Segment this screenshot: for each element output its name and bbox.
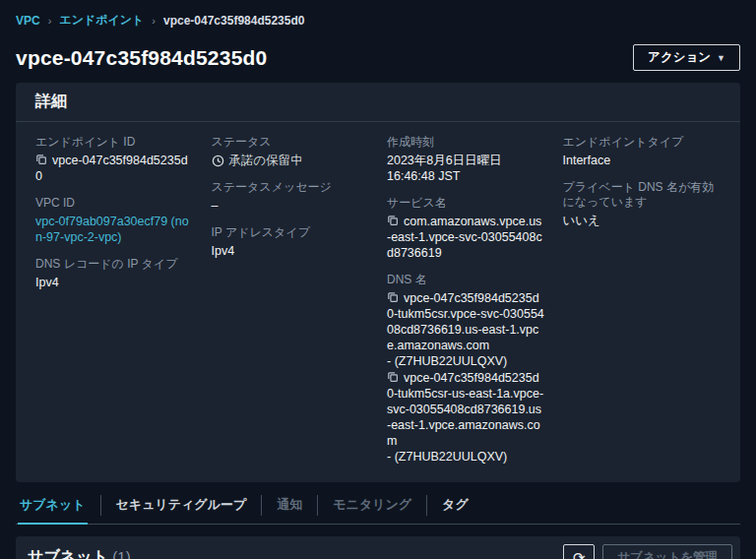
copy-icon[interactable]	[35, 154, 47, 165]
field-dns-record-ip-type: DNS レコードの IP タイプ Ipv4	[35, 257, 194, 290]
dns-hosted-zone: - (Z7HUB22UULQXV)	[387, 449, 545, 465]
details-card: 詳細 エンドポイント ID vpce-047c35f984d5235d0 VPC…	[16, 83, 740, 482]
details-column-2: ステータス 承諾の保留中 ステータスメッセージ – IP アドレスタイプ Ipv…	[212, 135, 370, 476]
status-pending-clock-icon	[212, 155, 224, 167]
status-text: 承諾の保留中	[229, 153, 303, 168]
refresh-button[interactable]: ⟳	[563, 544, 595, 559]
actions-button[interactable]: アクション▼	[633, 44, 740, 71]
copy-icon[interactable]	[387, 291, 399, 303]
tab-divider	[261, 495, 262, 516]
field-private-dns-enabled: プライベート DNS 名が有効になっています いいえ	[563, 180, 722, 228]
breadcrumb-separator-icon: ›	[48, 15, 52, 27]
copy-icon[interactable]	[387, 215, 399, 226]
vpc-endpoint-detail-page: VPC › エンドポイント › vpce-047c35f984d5235d0 v…	[0, 0, 756, 559]
details-column-4: エンドポイントタイプ Interface プライベート DNS 名が有効になって…	[563, 135, 722, 476]
copy-icon[interactable]	[387, 371, 399, 383]
tab-subnets[interactable]: サブネット	[18, 492, 88, 525]
field-creation-time: 作成時刻 2023年8月6日日曜日 16:46:48 JST	[387, 135, 545, 184]
subnet-panel: サブネット (1) ⟳ サブネットを管理 ‹ 1 › ⚙	[16, 536, 740, 559]
vpc-id-link[interactable]: vpc-0f79ab097a30ecf79 (non-97-vpc-2-vpc)	[35, 215, 189, 244]
subnet-panel-title: サブネット (1)	[28, 547, 131, 559]
tab-security-groups[interactable]: セキュリティグループ	[114, 492, 249, 524]
field-vpc-id: VPC ID vpc-0f79ab097a30ecf79 (non-97-vpc…	[35, 196, 194, 245]
tab-tags[interactable]: タグ	[440, 492, 471, 524]
refresh-icon: ⟳	[573, 549, 586, 559]
details-grid: エンドポイント ID vpce-047c35f984d5235d0 VPC ID…	[16, 122, 740, 482]
field-service-name: サービス名 com.amazonaws.vpce.us-east-1.vpce-…	[387, 196, 545, 261]
dns-name-entry: vpce-047c35f984d5235d0-tukm5csr-us-east-…	[387, 370, 545, 465]
dns-hosted-zone: - (Z7HUB22UULQXV)	[387, 353, 545, 369]
tab-divider	[426, 495, 427, 516]
dns-name-entry: vpce-047c35f984d5235d0-tukm5csr.vpce-svc…	[387, 290, 545, 369]
breadcrumb-current: vpce-047c35f984d5235d0	[163, 14, 304, 28]
tab-monitoring: モニタリング	[331, 492, 413, 524]
field-status: ステータス 承諾の保留中	[212, 135, 370, 168]
details-column-1: エンドポイント ID vpce-047c35f984d5235d0 VPC ID…	[35, 135, 194, 476]
breadcrumb-separator-icon: ›	[152, 15, 156, 27]
details-card-title: 詳細	[35, 92, 721, 112]
actions-button-label: アクション	[648, 50, 711, 64]
field-ip-address-type: IP アドレスタイプ Ipv4	[212, 225, 370, 259]
manage-subnets-button: サブネットを管理	[602, 544, 732, 559]
field-dns-names: DNS 名 vpce-047c35f984d5235d0-tukm5csr.vp…	[387, 273, 545, 465]
breadcrumb-link-vpc[interactable]: VPC	[16, 14, 40, 28]
tab-divider	[317, 495, 318, 516]
breadcrumb: VPC › エンドポイント › vpce-047c35f984d5235d0	[0, 0, 756, 29]
tab-notifications: 通知	[275, 492, 304, 524]
page-title: vpce-047c35f984d5235d0	[16, 46, 267, 70]
field-endpoint-id: エンドポイント ID vpce-047c35f984d5235d0	[35, 135, 194, 184]
tab-bar: サブネット セキュリティグループ 通知 モニタリング タグ	[16, 492, 740, 525]
caret-down-icon: ▼	[717, 53, 725, 63]
subnet-count-badge: (1)	[112, 548, 130, 559]
tab-divider	[100, 495, 101, 516]
breadcrumb-link-endpoints[interactable]: エンドポイント	[59, 12, 144, 29]
field-endpoint-type: エンドポイントタイプ Interface	[563, 135, 722, 168]
details-column-3: 作成時刻 2023年8月6日日曜日 16:46:48 JST サービス名 com…	[387, 135, 545, 476]
field-status-message: ステータスメッセージ –	[212, 180, 370, 214]
